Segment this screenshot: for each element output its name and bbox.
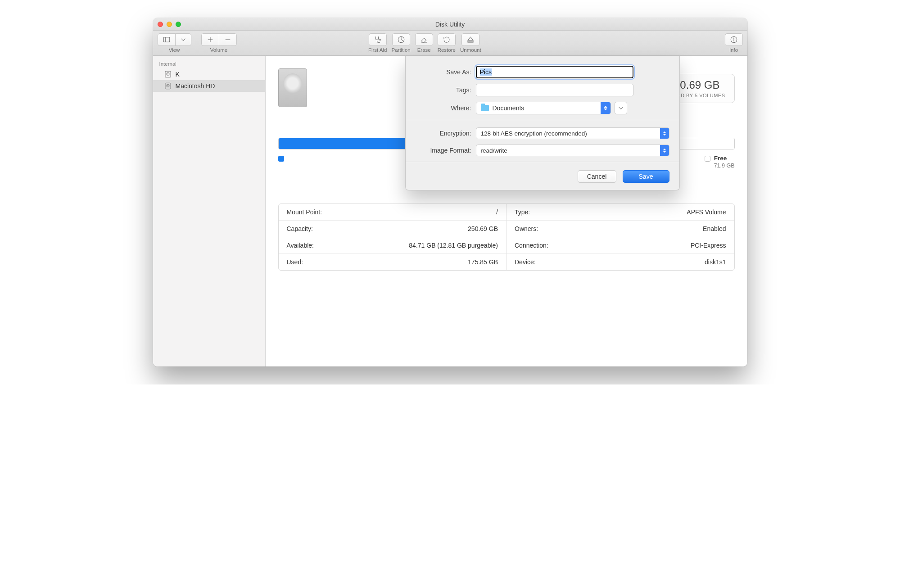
- details-table: Mount Point:/ Capacity:250.69 GB Availab…: [278, 204, 735, 271]
- swatch-free: [705, 156, 710, 162]
- detail-key: Device:: [515, 258, 536, 266]
- erase-label: Erase: [417, 47, 431, 53]
- image-format-value: read/write: [481, 147, 507, 154]
- detail-key: Available:: [287, 242, 314, 249]
- sidebar-item-macintosh-hd[interactable]: Macintosh HD: [153, 80, 265, 92]
- detail-value: /: [496, 208, 498, 216]
- sidebar-header-internal: Internal: [153, 60, 265, 68]
- detail-key: Capacity:: [287, 225, 313, 232]
- encryption-dropdown[interactable]: 128-bit AES encryption (recommended): [476, 127, 669, 139]
- legend-free-value: 71.9 GB: [714, 163, 735, 169]
- chevron-down-icon: [617, 104, 625, 112]
- detail-value: PCI-Express: [691, 242, 726, 249]
- minus-icon: [224, 36, 232, 44]
- disk-icon: [164, 70, 172, 78]
- partition-button[interactable]: [392, 33, 410, 46]
- sidebar-item-label: K: [176, 71, 180, 78]
- disk-utility-window: Disk Utility View: [153, 18, 747, 366]
- detail-key: Used:: [287, 258, 303, 266]
- folder-icon: [481, 105, 489, 111]
- sidebar-item-label: Macintosh HD: [176, 82, 215, 90]
- svg-rect-0: [163, 37, 170, 42]
- detail-value: disk1s1: [705, 258, 726, 266]
- unmount-button[interactable]: [461, 33, 479, 46]
- where-value: Documents: [493, 104, 525, 112]
- svg-point-15: [167, 74, 168, 75]
- detail-value: 175.85 GB: [468, 258, 498, 266]
- updown-arrows-icon: [660, 145, 669, 156]
- tags-input[interactable]: [476, 84, 633, 96]
- save-as-input[interactable]: [476, 66, 633, 78]
- info-label: Info: [729, 47, 738, 53]
- volume-label: Volume: [210, 47, 227, 53]
- svg-point-18: [167, 86, 168, 86]
- restore-icon: [443, 36, 451, 44]
- hard-drive-icon: [278, 68, 307, 107]
- first-aid-label: First Aid: [368, 47, 387, 53]
- erase-button[interactable]: [415, 33, 433, 46]
- view-label: View: [169, 47, 180, 53]
- restore-button[interactable]: [438, 33, 456, 46]
- sidebar-item-k[interactable]: K: [153, 68, 265, 80]
- detail-value: 250.69 GB: [468, 225, 498, 232]
- save-button[interactable]: Save: [623, 170, 669, 183]
- titlebar: Disk Utility: [153, 18, 747, 31]
- updown-arrows-icon: [660, 128, 669, 139]
- image-format-dropdown[interactable]: read/write: [476, 145, 669, 156]
- swatch-used: [278, 156, 284, 162]
- disk-icon: [164, 82, 172, 90]
- eject-icon: [466, 36, 475, 44]
- save-as-label: Save As:: [416, 68, 476, 76]
- toolbar: View Volume First Aid: [153, 31, 747, 56]
- svg-marker-8: [468, 37, 473, 41]
- unmount-label: Unmount: [460, 47, 481, 53]
- expand-save-dialog-button[interactable]: [615, 102, 627, 114]
- svg-point-12: [733, 38, 734, 38]
- chevron-down-icon: [179, 36, 187, 44]
- remove-volume-button[interactable]: [219, 33, 237, 46]
- encryption-label: Encryption:: [416, 130, 476, 137]
- encryption-value: 128-bit AES encryption (recommended): [481, 130, 587, 137]
- view-menu-button[interactable]: [175, 33, 191, 46]
- detail-key: Type:: [515, 208, 530, 216]
- detail-key: Connection:: [515, 242, 548, 249]
- pie-icon: [397, 36, 405, 44]
- add-volume-button[interactable]: [201, 33, 219, 46]
- where-label: Where:: [416, 104, 476, 112]
- legend-used: [278, 155, 288, 169]
- svg-point-5: [379, 39, 380, 41]
- view-sidebar-button[interactable]: [158, 33, 176, 46]
- restore-label: Restore: [438, 47, 456, 53]
- info-button[interactable]: [725, 33, 743, 46]
- detail-value: 84.71 GB (12.81 GB purgeable): [409, 242, 498, 249]
- main-pane: 250.69 GB SHARED BY 5 VOLUMES: [266, 56, 747, 366]
- sidebar: Internal K Macintosh HD: [153, 56, 266, 366]
- detail-value: Enabled: [703, 225, 726, 232]
- updown-arrows-icon: [601, 102, 611, 114]
- sidebar-icon: [163, 36, 171, 44]
- save-sheet: Save As: Tags: Where:: [405, 56, 680, 190]
- first-aid-button[interactable]: [369, 33, 387, 46]
- cancel-button[interactable]: Cancel: [578, 170, 616, 183]
- stethoscope-icon: [374, 36, 382, 44]
- detail-key: Owners:: [515, 225, 538, 232]
- eraser-icon: [420, 36, 428, 44]
- detail-key: Mount Point:: [287, 208, 322, 216]
- legend-free-label: Free: [714, 155, 727, 162]
- svg-rect-9: [468, 41, 473, 42]
- info-icon: [730, 36, 738, 44]
- partition-label: Partition: [391, 47, 410, 53]
- where-popup[interactable]: Documents: [476, 102, 611, 114]
- window-title: Disk Utility: [153, 21, 747, 28]
- plus-icon: [206, 36, 214, 44]
- image-format-label: Image Format:: [416, 147, 476, 154]
- detail-value: APFS Volume: [687, 208, 726, 216]
- tags-label: Tags:: [416, 86, 476, 94]
- legend-free: Free 71.9 GB: [705, 155, 735, 169]
